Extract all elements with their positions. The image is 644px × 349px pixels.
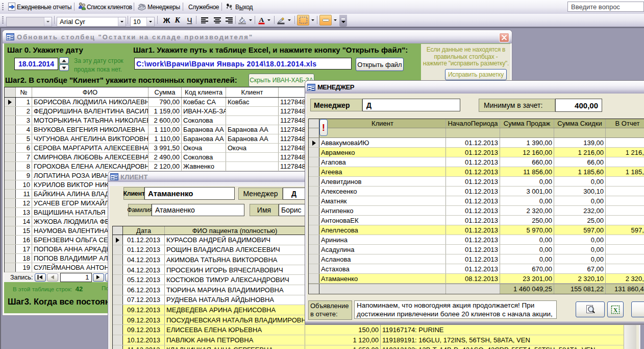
svg-text:X: X xyxy=(613,306,618,313)
svg-text:А: А xyxy=(259,16,264,24)
